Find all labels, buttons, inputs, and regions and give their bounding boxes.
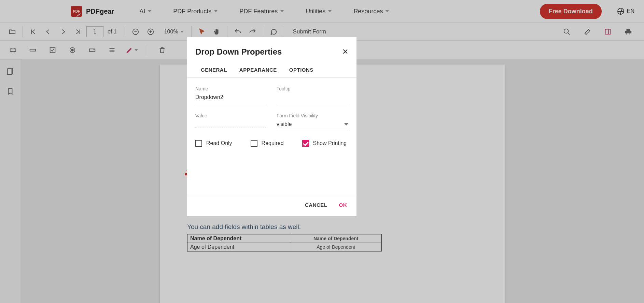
modal-tabs: GENERAL APPEARANCE OPTIONS — [187, 63, 356, 78]
required-label: Required — [262, 140, 284, 146]
checkbox-icon — [251, 140, 257, 147]
checkbox-icon — [195, 140, 202, 147]
required-checkbox[interactable]: Required — [251, 140, 284, 147]
tooltip-label: Tooltip — [277, 86, 348, 91]
value-label: Value — [195, 113, 267, 118]
name-field[interactable]: Name Dropdown2 — [195, 86, 267, 104]
modal-title: Drop Down Properties — [195, 47, 342, 57]
visibility-label: Form Field Visibility — [277, 113, 348, 118]
chevron-down-icon — [344, 123, 348, 126]
close-icon[interactable]: ✕ — [342, 47, 348, 56]
ok-button[interactable]: OK — [339, 202, 347, 208]
name-label: Name — [195, 86, 267, 91]
readonly-label: Read Only — [206, 140, 232, 146]
tooltip-field[interactable]: Tooltip — [277, 86, 348, 104]
visibility-field[interactable]: Form Field Visibility visible — [277, 113, 348, 131]
checkbox-checked-icon — [302, 140, 309, 147]
readonly-checkbox[interactable]: Read Only — [195, 140, 232, 147]
tab-options[interactable]: OPTIONS — [283, 63, 320, 77]
name-value: Dropdown2 — [195, 93, 267, 102]
show-printing-checkbox[interactable]: Show Printing — [302, 140, 347, 147]
show-printing-label: Show Printing — [313, 140, 347, 146]
dropdown-properties-modal: Drop Down Properties ✕ GENERAL APPEARANC… — [187, 37, 356, 216]
tab-appearance[interactable]: APPEARANCE — [233, 63, 283, 77]
cancel-button[interactable]: CANCEL — [305, 202, 327, 208]
value-field[interactable]: Value — [195, 113, 267, 131]
tab-general[interactable]: GENERAL — [195, 63, 233, 77]
visibility-value: visible — [277, 120, 292, 129]
